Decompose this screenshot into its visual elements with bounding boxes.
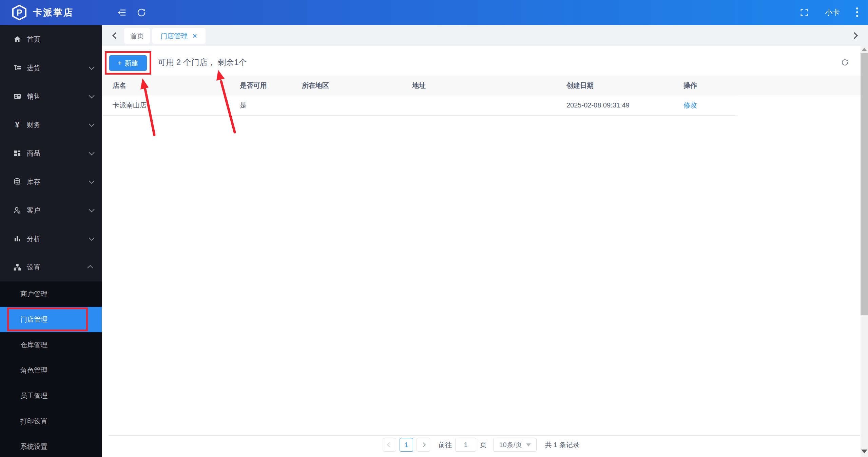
sidebar-item-goods[interactable]: 商品: [0, 139, 102, 167]
brand-logo-icon: P: [11, 4, 27, 21]
goto-label: 前往: [438, 440, 452, 450]
sidebar-item-label: 销售: [27, 92, 40, 101]
column-header-created: 创建日期: [556, 81, 673, 90]
inventory-icon: [13, 177, 22, 186]
sidebar-item-label: 进货: [27, 63, 40, 73]
submenu-item-label: 系统设置: [20, 442, 47, 451]
tab-store-management[interactable]: 门店管理 ×: [152, 28, 206, 44]
cell-created: 2025-02-08 09:31:49: [556, 101, 673, 109]
cell-store-name: 卡派南山店: [102, 101, 230, 110]
column-header-region: 所在地区: [292, 81, 402, 90]
plus-icon: +: [118, 59, 122, 67]
submenu-item-system[interactable]: 系统设置: [0, 434, 102, 457]
sidebar-item-home[interactable]: 首页: [0, 25, 102, 54]
collapse-sidebar-icon[interactable]: [116, 0, 127, 25]
topbar-refresh-icon[interactable]: [136, 0, 147, 25]
submenu-item-label: 商户管理: [20, 290, 47, 299]
scrollbar-thumb[interactable]: [861, 53, 868, 315]
goods-icon: [13, 149, 22, 158]
chevron-down-icon: [89, 121, 95, 127]
next-page-button[interactable]: [417, 438, 430, 452]
chevron-down-icon: [89, 93, 95, 98]
user-name[interactable]: 小卡: [825, 0, 840, 25]
sidebar-item-inventory[interactable]: 库存: [0, 167, 102, 196]
tab-label: 门店管理: [160, 32, 188, 41]
sidebar-item-label: 商品: [27, 149, 40, 158]
tabs-scroll-right-icon[interactable]: [851, 32, 858, 39]
chevron-down-icon: [89, 150, 95, 155]
column-header-available: 是否可用: [230, 81, 292, 90]
submenu-item-role[interactable]: 角色管理: [0, 358, 102, 383]
sidebar-item-finance[interactable]: ¥ 财务: [0, 111, 102, 139]
finance-icon: ¥: [13, 120, 22, 129]
pagination-divider: [109, 435, 861, 436]
submenu-item-label: 打印设置: [20, 417, 47, 426]
more-menu-icon[interactable]: [855, 0, 859, 25]
table-refresh-icon[interactable]: [841, 58, 849, 68]
brand-name: 卡派掌店: [33, 6, 74, 19]
sidebar-item-customers[interactable]: 客户: [0, 196, 102, 224]
vertical-scrollbar[interactable]: [861, 46, 868, 457]
close-tab-icon[interactable]: ×: [192, 32, 197, 40]
sidebar-item-purchase[interactable]: 进货: [0, 54, 102, 82]
page-1-button[interactable]: 1: [400, 438, 413, 452]
submenu-item-store[interactable]: 门店管理: [0, 307, 102, 332]
column-header-address: 地址: [402, 81, 556, 90]
submenu-item-label: 角色管理: [20, 366, 47, 375]
sidebar-item-label: 库存: [27, 177, 40, 186]
column-header-action: 操作: [673, 81, 738, 90]
fullscreen-icon[interactable]: [799, 0, 809, 25]
store-quota-text: 可用 2 个门店， 剩余1个: [158, 57, 247, 68]
cell-available: 是: [230, 101, 292, 110]
app-window: P 卡派掌店 小卡: [0, 0, 868, 457]
table-header: 店名 是否可用 所在地区 地址 创建日期 操作: [102, 76, 861, 95]
page-size-select[interactable]: 10条/页: [493, 438, 537, 452]
submenu-item-print[interactable]: 打印设置: [0, 409, 102, 434]
edit-store-link[interactable]: 修改: [683, 101, 697, 109]
settings-submenu: 商户管理 门店管理 仓库管理 角色管理 员工管理 打印设置 系统设置: [0, 281, 102, 457]
chevron-right-icon: [421, 442, 426, 447]
sidebar-item-label: 首页: [27, 35, 40, 44]
tab-label: 首页: [130, 32, 144, 41]
sidebar-item-label: 客户: [27, 206, 40, 215]
sidebar-item-sales[interactable]: 销售: [0, 82, 102, 111]
new-store-button[interactable]: + 新建: [109, 55, 147, 71]
submenu-item-merchant[interactable]: 商户管理: [0, 281, 102, 307]
scroll-up-icon[interactable]: [861, 48, 868, 53]
submenu-item-label: 门店管理: [20, 315, 47, 324]
sidebar-item-label: 分析: [27, 234, 40, 243]
tab-home[interactable]: 首页: [124, 28, 150, 44]
caret-down-icon: [526, 443, 531, 446]
purchase-icon: [13, 63, 22, 72]
column-header-name: 店名: [102, 81, 230, 90]
submenu-item-label: 仓库管理: [20, 340, 47, 350]
goto-page-input[interactable]: [455, 438, 476, 452]
customers-icon: [13, 206, 22, 215]
pagination: 1 前往 页 10条/页 共 1 条记录: [102, 438, 861, 452]
store-management-page: + 新建 可用 2 个门店， 剩余1个 店名 是否可用 所在地区 地址 创建日期…: [102, 46, 861, 457]
sidebar-item-settings[interactable]: 设置: [0, 253, 102, 281]
tabbar: 首页 门店管理 ×: [102, 25, 868, 46]
submenu-item-label: 员工管理: [20, 391, 47, 400]
total-records-text: 共 1 条记录: [545, 440, 579, 450]
chevron-down-icon: [89, 235, 95, 241]
submenu-item-warehouse[interactable]: 仓库管理: [0, 332, 102, 358]
submenu-item-staff[interactable]: 员工管理: [0, 383, 102, 409]
sidebar-item-analysis[interactable]: 分析: [0, 224, 102, 253]
scroll-down-icon[interactable]: [861, 450, 868, 455]
brand-logo-letter: P: [17, 8, 22, 17]
tabs-scroll-left-icon[interactable]: [112, 32, 119, 39]
topbar: P 卡派掌店 小卡: [0, 0, 868, 25]
brand: P 卡派掌店: [11, 0, 74, 25]
home-icon: [13, 35, 22, 44]
chevron-down-icon: [89, 178, 95, 184]
prev-page-button[interactable]: [383, 438, 396, 452]
page-unit-label: 页: [480, 440, 486, 450]
chevron-left-icon: [387, 442, 392, 447]
sidebar-item-label: 设置: [27, 263, 40, 272]
new-store-button-label: 新建: [125, 59, 138, 68]
sidebar-item-label: 财务: [27, 120, 40, 130]
settings-icon: [13, 263, 22, 272]
chevron-down-icon: [89, 206, 95, 212]
analysis-icon: [13, 234, 22, 243]
